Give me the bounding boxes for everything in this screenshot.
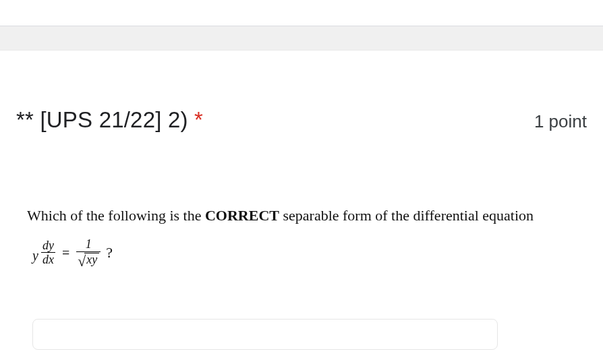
question-title-text: ** [UPS 21/22] 2)	[16, 107, 194, 132]
required-star: *	[194, 107, 203, 132]
question-title: ** [UPS 21/22] 2) *	[16, 107, 203, 133]
question-text-suffix: separable form of the differential equat…	[279, 207, 534, 224]
equation: y dy dx = 1 √ xy ?	[32, 238, 587, 268]
eq-sqrt: √ xy	[76, 253, 100, 268]
question-header: ** [UPS 21/22] 2) * 1 point	[16, 107, 587, 133]
page: ** [UPS 21/22] 2) * 1 point Which of the…	[0, 26, 603, 350]
eq-one: 1	[84, 238, 93, 251]
eq-y: y	[32, 249, 38, 262]
question-text: Which of the following is the CORRECT se…	[27, 207, 587, 224]
sqrt-wrap: √ xy	[78, 253, 99, 268]
eq-radicand: xy	[84, 253, 99, 267]
background-band	[0, 26, 603, 51]
radical-icon: √	[78, 254, 86, 269]
eq-question-mark: ?	[106, 245, 113, 260]
question-text-prefix: Which of the following is the	[27, 207, 205, 224]
eq-equals: =	[62, 246, 69, 260]
question-text-emph: CORRECT	[205, 207, 279, 224]
answer-option-card[interactable]	[32, 319, 498, 350]
eq-dy: dy	[41, 239, 55, 252]
eq-dx: dx	[41, 253, 55, 266]
question-points: 1 point	[534, 111, 587, 132]
eq-frac-rhs: 1 √ xy	[76, 238, 100, 268]
fraction-bar-icon	[76, 251, 100, 252]
eq-frac-dy-dx: dy dx	[41, 239, 55, 267]
question-card: ** [UPS 21/22] 2) * 1 point Which of the…	[0, 51, 603, 350]
